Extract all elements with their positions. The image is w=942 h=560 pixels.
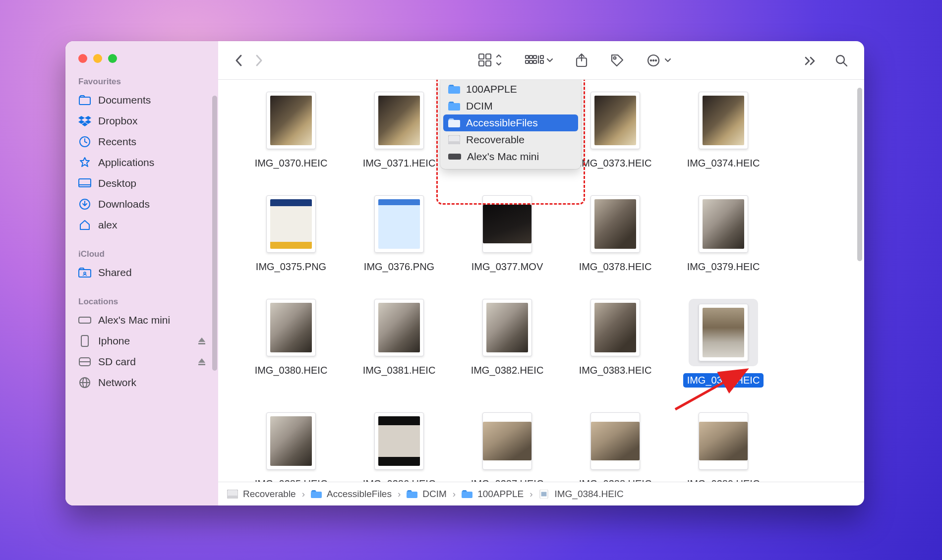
close-button[interactable]	[78, 54, 87, 63]
file-thumbnail	[266, 92, 316, 149]
path-dropdown-item-label: Alex's Mac mini	[467, 151, 539, 163]
nav-forward-button[interactable]	[252, 51, 266, 70]
sidebar-item-dropbox[interactable]: Dropbox	[65, 111, 218, 131]
image-placeholder	[378, 303, 420, 352]
path-segment[interactable]: AccessibleFiles	[327, 489, 392, 500]
file-item[interactable]: IMG_0378.HEIC	[562, 195, 668, 274]
file-item[interactable]: IMG_0370.HEIC	[238, 92, 344, 170]
mac-mini-icon	[448, 154, 461, 160]
svg-point-32	[650, 59, 652, 61]
file-item[interactable]: IMG_0371.HEIC	[346, 92, 452, 170]
sidebar-scrollbar[interactable]	[212, 96, 217, 371]
path-segment[interactable]: 100APPLE	[477, 489, 524, 500]
svg-rect-48	[462, 492, 472, 498]
svg-rect-25	[533, 60, 536, 63]
file-name-label: IMG_0382.HEIC	[467, 363, 548, 378]
nav-back-button[interactable]	[232, 51, 246, 70]
toolbar-overflow-button[interactable]	[802, 53, 819, 68]
file-item[interactable]: IMG_0382.HEIC	[454, 299, 560, 388]
file-item[interactable]: IMG_0375.PNG	[238, 195, 344, 274]
sidebar-item-iphone[interactable]: Iphone	[65, 331, 218, 351]
path-dropdown-item[interactable]: Recoverable	[440, 131, 581, 148]
path-dropdown-menu: 100APPLE DCIM AccessibleFiles Recoverabl…	[440, 80, 581, 169]
file-item[interactable]: IMG_0383.HEIC	[562, 299, 668, 388]
file-name-label: IMG_0370.HEIC	[251, 156, 332, 170]
path-segment[interactable]: Recoverable	[243, 489, 296, 500]
svg-line-36	[843, 62, 847, 66]
file-item[interactable]: IMG_0376.PNG	[346, 195, 452, 274]
file-thumbnail	[482, 195, 532, 253]
file-item[interactable]: IMG_0388.HEIC	[562, 412, 668, 482]
chevron-right-icon: ›	[397, 489, 402, 500]
clock-icon	[78, 135, 91, 148]
sidebar-item-applications[interactable]: Applications	[65, 152, 218, 173]
svg-point-6	[84, 272, 86, 274]
path-dropdown-item-selected[interactable]: AccessibleFiles	[443, 114, 578, 131]
file-item[interactable]: IMG_0381.HEIC	[346, 299, 452, 388]
file-item[interactable]: IMG_0387.HEIC	[454, 412, 560, 482]
file-item[interactable]: IMG_0380.HEIC	[238, 299, 344, 388]
svg-rect-0	[79, 97, 90, 105]
image-placeholder	[594, 96, 636, 145]
sidebar-item-home[interactable]: alex	[65, 215, 218, 235]
file-name-label: IMG_0374.HEIC	[683, 156, 764, 170]
disk-icon	[78, 355, 91, 368]
path-segment[interactable]: IMG_0384.HEIC	[554, 489, 623, 500]
path-dropdown-item-label: Recoverable	[466, 134, 525, 146]
main-area: 100APPLE DCIM AccessibleFiles Recoverabl…	[218, 41, 864, 505]
view-switcher-button[interactable]	[476, 50, 505, 71]
sidebar-item-shared[interactable]: Shared	[65, 262, 218, 283]
content-scrollbar[interactable]	[857, 88, 862, 261]
sidebar-item-sdcard[interactable]: SD card	[65, 351, 218, 372]
sidebar-item-label: alex	[98, 219, 118, 231]
file-thumbnail	[699, 92, 748, 149]
svg-rect-23	[526, 60, 529, 63]
image-placeholder	[270, 303, 312, 352]
file-item[interactable]: IMG_0379.HEIC	[670, 195, 776, 274]
eject-icon[interactable]	[197, 357, 206, 366]
sidebar-item-mac-mini[interactable]: Alex's Mac mini	[65, 310, 218, 331]
sidebar-item-downloads[interactable]: Downloads	[65, 194, 218, 215]
home-icon	[78, 219, 91, 231]
file-thumbnail	[266, 412, 316, 470]
path-dropdown-item[interactable]: DCIM	[440, 98, 581, 114]
svg-rect-20	[526, 56, 529, 58]
file-item[interactable]: IMG_0389.HEIC	[670, 412, 776, 482]
file-thumbnail	[699, 195, 748, 253]
chevron-right-icon: ›	[301, 489, 306, 500]
image-placeholder	[594, 199, 636, 249]
fullscreen-button[interactable]	[108, 54, 117, 63]
group-by-button[interactable]	[523, 51, 555, 70]
svg-rect-5	[79, 270, 91, 277]
file-item[interactable]: IMG_0384.HEIC	[670, 299, 776, 388]
action-menu-button[interactable]	[645, 51, 675, 70]
file-thumbnail	[266, 195, 316, 253]
sidebar-item-label: Downloads	[98, 198, 150, 210]
disk-icon	[448, 135, 460, 144]
file-thumbnail	[590, 412, 640, 470]
sidebar-item-network[interactable]: Network	[65, 372, 218, 393]
minimize-button[interactable]	[93, 54, 102, 63]
file-item[interactable]: IMG_0374.HEIC	[670, 92, 776, 170]
sidebar-item-label: Network	[98, 377, 136, 389]
path-segment[interactable]: DCIM	[422, 489, 447, 500]
path-dropdown-item[interactable]: 100APPLE	[440, 81, 581, 98]
file-item[interactable]: IMG_0385.HEIC	[238, 412, 344, 482]
svg-rect-24	[530, 60, 532, 63]
tags-button[interactable]	[608, 50, 627, 71]
search-button[interactable]	[832, 51, 850, 70]
svg-rect-39	[448, 120, 460, 127]
sidebar-item-recents[interactable]: Recents	[65, 131, 218, 152]
share-button[interactable]	[573, 50, 590, 71]
file-name-label: IMG_0377.MOV	[468, 260, 547, 274]
file-item[interactable]: IMG_0386.HEIC	[346, 412, 452, 482]
image-placeholder	[270, 96, 312, 145]
sidebar-item-label: Recents	[98, 136, 136, 148]
eject-icon[interactable]	[197, 336, 206, 345]
svg-rect-18	[479, 61, 484, 66]
file-name-label: IMG_0389.HEIC	[683, 477, 764, 482]
path-dropdown-item[interactable]: Alex's Mac mini	[440, 148, 581, 165]
sidebar-item-documents[interactable]: Documents	[65, 90, 218, 111]
file-item[interactable]: IMG_0377.MOV	[454, 195, 560, 274]
sidebar-item-desktop[interactable]: Desktop	[65, 173, 218, 194]
